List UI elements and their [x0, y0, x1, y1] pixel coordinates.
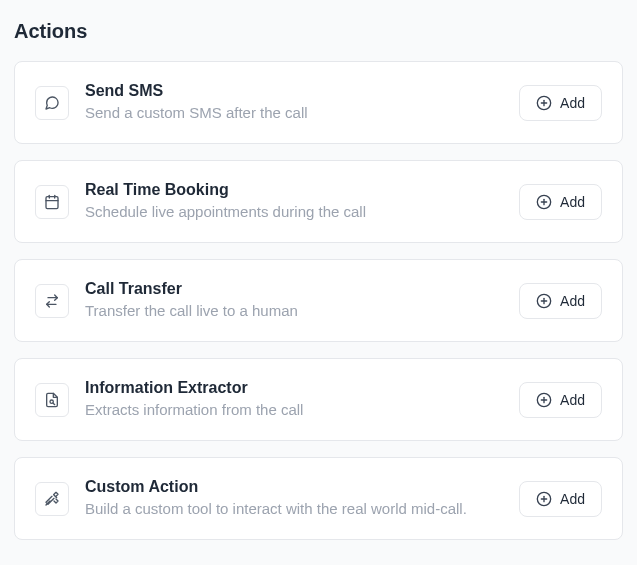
action-title: Custom Action [85, 478, 503, 496]
add-button[interactable]: Add [519, 85, 602, 121]
plus-circle-icon [536, 392, 552, 408]
action-card-transfer: Call Transfer Transfer the call live to … [14, 259, 623, 342]
add-button[interactable]: Add [519, 184, 602, 220]
action-card-booking: Real Time Booking Schedule live appointm… [14, 160, 623, 243]
action-text: Real Time Booking Schedule live appointm… [85, 181, 503, 222]
message-icon [35, 86, 69, 120]
plus-circle-icon [536, 491, 552, 507]
action-text: Information Extractor Extracts informati… [85, 379, 503, 420]
plus-circle-icon [536, 95, 552, 111]
tools-icon [35, 482, 69, 516]
section-title: Actions [14, 20, 623, 43]
action-title: Call Transfer [85, 280, 503, 298]
actions-list: Send SMS Send a custom SMS after the cal… [14, 61, 623, 540]
action-description: Transfer the call live to a human [85, 300, 503, 321]
action-title: Send SMS [85, 82, 503, 100]
action-card-extractor: Information Extractor Extracts informati… [14, 358, 623, 441]
action-card-send-sms: Send SMS Send a custom SMS after the cal… [14, 61, 623, 144]
plus-circle-icon [536, 293, 552, 309]
add-button[interactable]: Add [519, 283, 602, 319]
swap-icon [35, 284, 69, 318]
calendar-icon [35, 185, 69, 219]
action-title: Information Extractor [85, 379, 503, 397]
action-description: Extracts information from the call [85, 399, 503, 420]
add-button-label: Add [560, 392, 585, 408]
add-button[interactable]: Add [519, 481, 602, 517]
add-button-label: Add [560, 491, 585, 507]
action-description: Send a custom SMS after the call [85, 102, 503, 123]
add-button-label: Add [560, 293, 585, 309]
action-title: Real Time Booking [85, 181, 503, 199]
plus-circle-icon [536, 194, 552, 210]
action-text: Custom Action Build a custom tool to int… [85, 478, 503, 519]
file-search-icon [35, 383, 69, 417]
add-button-label: Add [560, 194, 585, 210]
action-text: Call Transfer Transfer the call live to … [85, 280, 503, 321]
action-description: Schedule live appointments during the ca… [85, 201, 503, 222]
add-button-label: Add [560, 95, 585, 111]
action-description: Build a custom tool to interact with the… [85, 498, 503, 519]
svg-line-14 [53, 403, 55, 405]
action-text: Send SMS Send a custom SMS after the cal… [85, 82, 503, 123]
svg-rect-3 [46, 196, 58, 208]
add-button[interactable]: Add [519, 382, 602, 418]
action-card-custom: Custom Action Build a custom tool to int… [14, 457, 623, 540]
